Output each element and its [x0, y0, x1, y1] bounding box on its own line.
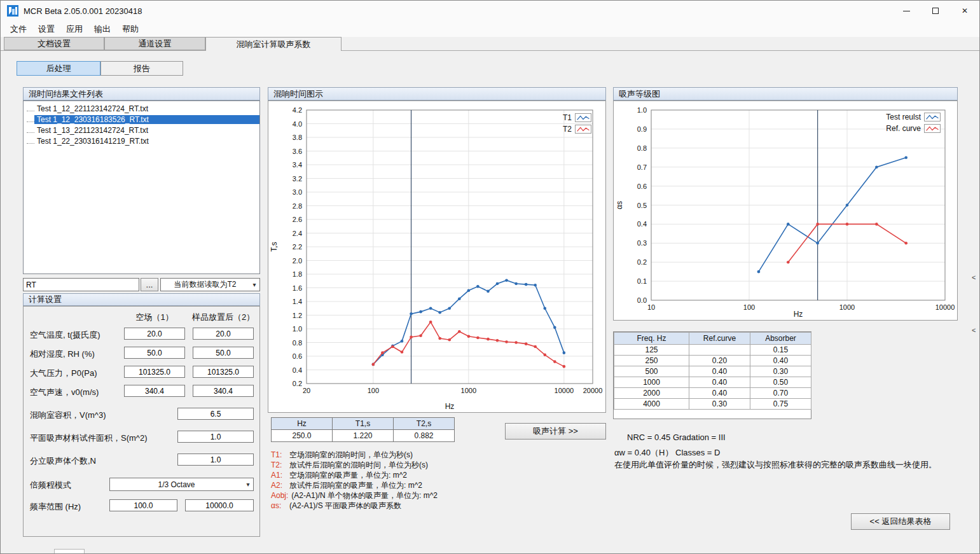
note-t1: T1:空场混响室的混响时间，单位为秒(s) — [271, 450, 413, 461]
legend-label: T1 — [563, 113, 572, 122]
svg-text:0.7: 0.7 — [637, 163, 647, 171]
close-button[interactable]: ✕ — [950, 1, 979, 21]
freq-range-label: 频率范围 (Hz) — [30, 501, 81, 513]
file-list-item[interactable]: Test 1_22_230316141219_RT.txt — [24, 135, 259, 146]
cell-freq: 250 — [614, 356, 689, 366]
freq-max-field[interactable] — [185, 499, 254, 511]
pressure-field-1[interactable] — [124, 366, 185, 378]
svg-text:100: 100 — [368, 387, 379, 394]
svg-text:0.9: 0.9 — [637, 125, 647, 133]
svg-text:2.6: 2.6 — [293, 216, 302, 223]
tree-guide — [27, 127, 34, 133]
temperature-field-1[interactable] — [124, 328, 185, 340]
humidity-field-2[interactable] — [193, 347, 254, 359]
svg-text:1.0: 1.0 — [293, 325, 302, 333]
note-as: αs:(A2-A1)/S 平面吸声体的吸声系数 — [271, 501, 401, 511]
aw-result-text: αw = 0.40（H） Classes = D — [614, 447, 720, 459]
subtab-report[interactable]: 报告 — [100, 61, 183, 76]
room-volume-field[interactable] — [177, 408, 254, 420]
svg-text:1000: 1000 — [839, 303, 855, 311]
table-row: 250 0.20 0.40 — [614, 356, 811, 366]
menu-help[interactable]: 帮助 — [116, 22, 144, 36]
svg-text:100: 100 — [743, 303, 755, 311]
octave-mode-combobox[interactable]: 1/3 Octave ▾ — [109, 478, 254, 491]
svg-text:1.8: 1.8 — [293, 270, 302, 278]
sound-speed-field-1[interactable] — [124, 385, 185, 397]
rt-chart-header: 混响时间图示 — [268, 87, 606, 100]
return-results-button[interactable]: << 返回结果表格 — [851, 513, 950, 530]
file-list[interactable]: Test 1_12_221123142724_RT.txt Test 1_12_… — [23, 100, 260, 274]
minimize-button[interactable] — [892, 1, 921, 21]
svg-text:0.8: 0.8 — [293, 339, 302, 347]
collapse-panel-icon[interactable]: < — [972, 274, 976, 281]
svg-text:1.2: 1.2 — [293, 312, 302, 319]
absorber-count-field[interactable] — [177, 454, 254, 466]
humidity-field-1[interactable] — [124, 347, 185, 359]
cursor-readout-table: Hz T1,s T2,s 250.0 1.220 0.882 — [271, 417, 455, 442]
file-list-item[interactable]: Test 1_12_221123142724_RT.txt — [24, 103, 259, 114]
absorption-chart[interactable]: 0.00.10.20.30.40.50.60.70.80.91.01010010… — [613, 100, 958, 321]
menu-file[interactable]: 文件 — [4, 22, 32, 36]
table-row: 125 0.15 — [614, 345, 811, 356]
freq-min-field[interactable] — [109, 499, 177, 511]
file-name: Test 1_12_221123142724_RT.txt — [34, 104, 151, 113]
legend-item-t2: T2 — [563, 125, 591, 134]
cell-refcurve: 0.40 — [689, 366, 750, 377]
svg-text:2.2: 2.2 — [293, 243, 302, 251]
background-window-fragment — [54, 549, 85, 554]
octave-mode-value: 1/3 Octave — [110, 480, 243, 489]
menu-settings[interactable]: 设置 — [32, 22, 60, 36]
menu-apply[interactable]: 应用 — [60, 22, 88, 36]
specimen-area-field[interactable] — [177, 431, 254, 443]
svg-text:2.0: 2.0 — [293, 257, 302, 265]
legend-label: Ref. curve — [886, 124, 921, 133]
tab-reverb-absorption[interactable]: 混响室计算吸声系数 — [205, 37, 342, 51]
rt-chart-canvas: 0.20.40.60.81.01.21.41.61.82.02.22.42.62… — [268, 101, 605, 412]
menu-output[interactable]: 输出 — [88, 22, 116, 36]
note-text: 空场混响室的吸声量，单位为: m^2 — [289, 471, 407, 480]
svg-text:0.8: 0.8 — [637, 144, 647, 152]
cell-hz: 250.0 — [272, 430, 333, 442]
svg-text:T,s: T,s — [270, 242, 279, 251]
absorption-calc-button[interactable]: 吸声计算 >> — [505, 423, 606, 440]
svg-text:1.0: 1.0 — [637, 106, 647, 114]
pressure-label: 大气压力，P0(Pa) — [30, 368, 97, 379]
data-read-combobox[interactable]: 当前数据读取为T2 ▾ — [160, 278, 260, 291]
file-list-item-selected[interactable]: Test 1_12_230316183526_RT.txt — [24, 114, 259, 125]
svg-text:0.5: 0.5 — [637, 202, 647, 209]
svg-text:0.6: 0.6 — [293, 352, 302, 360]
cell-refcurve: 0.40 — [689, 377, 750, 388]
svg-text:3.2: 3.2 — [293, 175, 302, 183]
file-list-header: 混时间结果文件列表 — [23, 87, 260, 100]
svg-text:20000: 20000 — [583, 387, 603, 394]
rt-chart[interactable]: 0.20.40.60.81.01.21.41.61.82.02.22.42.62… — [268, 100, 606, 413]
col-header: T1,s — [333, 418, 394, 430]
absorber-count-label: 分立吸声体个数,N — [30, 455, 96, 467]
collapse-panel-icon[interactable]: < — [972, 326, 976, 334]
table-row: 500 0.40 0.30 — [614, 366, 811, 377]
sound-speed-label: 空气声速，v0(m/s) — [30, 387, 99, 398]
file-name: Test 1_12_230316183526_RT.txt — [34, 115, 259, 124]
subtab-postprocess[interactable]: 后处理 — [17, 61, 100, 76]
temperature-field-2[interactable] — [193, 328, 254, 340]
file-list-item[interactable]: Test 1_13_221123142724_RT.txt — [24, 125, 259, 135]
pressure-field-2[interactable] — [193, 366, 254, 378]
tab-document-settings[interactable]: 文档设置 — [4, 37, 104, 50]
table-row: 4000 0.30 0.75 — [614, 399, 811, 410]
temperature-label: 空气温度, t(摄氏度) — [30, 329, 100, 341]
svg-text:2.4: 2.4 — [293, 230, 302, 237]
svg-text:3.0: 3.0 — [293, 188, 302, 196]
note-key: αs: — [271, 501, 286, 510]
window-title: MCR Beta 2.05.0.001 20230418 — [24, 6, 142, 16]
tab-channel-settings[interactable]: 通道设置 — [104, 37, 205, 50]
col-header-with-sample: 样品放置后（2） — [188, 312, 258, 323]
svg-text:10000: 10000 — [555, 387, 574, 394]
maximize-button[interactable] — [921, 1, 950, 21]
svg-text:0.2: 0.2 — [637, 258, 647, 266]
table-row: 2000 0.40 0.70 — [614, 388, 811, 399]
note-a1: A1:空场混响室的吸声量，单位为: m^2 — [271, 470, 407, 481]
minimize-icon — [903, 11, 910, 11]
browse-button[interactable]: ... — [141, 278, 158, 291]
filter-input[interactable] — [23, 278, 139, 291]
sound-speed-field-2[interactable] — [193, 385, 254, 397]
